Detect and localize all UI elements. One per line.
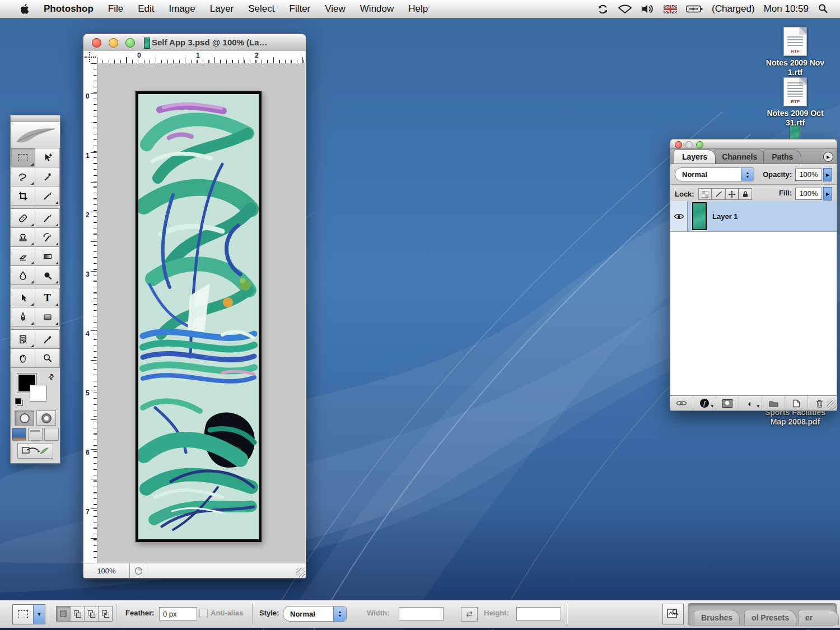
status-info-icon[interactable] bbox=[130, 563, 147, 578]
default-colors-icon[interactable] bbox=[15, 398, 23, 406]
input-language-flag-icon[interactable] bbox=[664, 5, 677, 13]
close-button[interactable] bbox=[92, 38, 101, 48]
tab-paths[interactable]: Paths bbox=[763, 150, 801, 164]
layer-thumbnail[interactable] bbox=[692, 202, 707, 230]
ruler-origin-box[interactable] bbox=[83, 51, 97, 64]
style-select[interactable]: Normal ▲▼ bbox=[283, 606, 347, 622]
tool-clone-stamp[interactable] bbox=[10, 227, 35, 247]
tool-notes[interactable] bbox=[10, 329, 35, 349]
anti-alias-checkbox[interactable] bbox=[199, 609, 208, 617]
add-to-selection-button[interactable] bbox=[71, 606, 85, 621]
palette-menu-button[interactable]: ▶ bbox=[823, 152, 833, 162]
minimize-button[interactable] bbox=[109, 38, 118, 48]
adjustment-layer-button[interactable]: ◐▾ bbox=[739, 396, 762, 410]
document-titlebar[interactable]: Self App 3.psd @ 100% (La… bbox=[83, 34, 306, 52]
new-group-button[interactable] bbox=[762, 396, 785, 410]
apple-menu[interactable] bbox=[12, 3, 36, 15]
zoom-button[interactable] bbox=[125, 38, 135, 48]
quick-mask-mode-button[interactable] bbox=[36, 410, 56, 426]
menu-file[interactable]: File bbox=[101, 0, 130, 18]
tab-channels[interactable]: Channels bbox=[713, 150, 766, 164]
close-button[interactable] bbox=[675, 141, 682, 148]
tool-hand[interactable] bbox=[10, 348, 35, 368]
desktop-icon-notes-nov[interactable]: RTF Notes 2009 Nov 1.rtf bbox=[759, 27, 832, 77]
link-layers-button[interactable] bbox=[670, 396, 693, 410]
airport-menu-icon[interactable] bbox=[618, 4, 632, 14]
menu-layer[interactable]: Layer bbox=[203, 0, 241, 18]
layer-name[interactable]: Layer 1 bbox=[712, 212, 738, 221]
tool-brush[interactable] bbox=[35, 208, 60, 228]
standard-mode-button[interactable] bbox=[15, 410, 34, 426]
tool-type[interactable]: T bbox=[35, 288, 60, 307]
app-menu-photoshop[interactable]: Photoshop bbox=[36, 0, 101, 18]
tool-eyedropper[interactable] bbox=[35, 329, 60, 349]
tool-zoom[interactable] bbox=[35, 348, 60, 368]
vertical-ruler[interactable]: 0 1 2 3 4 5 6 7 bbox=[83, 63, 97, 563]
palette-resize-grip[interactable] bbox=[827, 400, 836, 410]
lock-transparency-button[interactable] bbox=[698, 188, 712, 200]
window-resize-grip[interactable] bbox=[296, 568, 305, 577]
toolbox-drag-bar[interactable] bbox=[11, 115, 60, 122]
tool-move[interactable] bbox=[35, 148, 60, 167]
tool-lasso[interactable] bbox=[10, 167, 35, 186]
menu-window[interactable]: Window bbox=[353, 0, 401, 18]
menu-image[interactable]: Image bbox=[161, 0, 202, 18]
zoom-button[interactable] bbox=[696, 141, 703, 148]
desktop-icon-notes-oct[interactable]: RTF Notes 2009 Oct 31.rtf bbox=[759, 77, 832, 128]
fill-value[interactable]: 100% bbox=[795, 188, 822, 200]
new-layer-button[interactable] bbox=[785, 396, 808, 410]
tool-blur[interactable] bbox=[10, 265, 35, 285]
tool-magic-wand[interactable] bbox=[35, 167, 60, 186]
edit-in-imageready-button[interactable] bbox=[17, 443, 53, 459]
layer-visibility-toggle[interactable] bbox=[670, 201, 688, 231]
tool-crop[interactable] bbox=[10, 186, 35, 206]
layers-titlebar[interactable] bbox=[670, 139, 837, 149]
add-layer-mask-button[interactable] bbox=[716, 396, 739, 410]
tool-gradient[interactable] bbox=[35, 246, 60, 266]
document-window[interactable]: Self App 3.psd @ 100% (La… 0 1 2 0 1 2 3… bbox=[83, 34, 306, 578]
menu-select[interactable]: Select bbox=[241, 0, 282, 18]
intersect-selection-button[interactable] bbox=[99, 606, 112, 621]
feather-input[interactable] bbox=[159, 607, 197, 620]
tool-preset-picker[interactable]: ▼ bbox=[12, 604, 45, 624]
fill-slider-arrow[interactable]: ▶ bbox=[823, 187, 832, 200]
lock-position-button[interactable] bbox=[725, 188, 739, 200]
palette-well-tab-brushes[interactable]: Brushes bbox=[694, 610, 740, 625]
lock-all-button[interactable] bbox=[739, 188, 752, 200]
palette-well-tab-tool-presets[interactable]: ol Presets bbox=[744, 610, 796, 625]
background-color-swatch[interactable] bbox=[30, 385, 46, 402]
tool-rectangular-marquee[interactable] bbox=[10, 148, 35, 167]
tool-slice[interactable] bbox=[35, 186, 60, 206]
lock-pixels-button[interactable] bbox=[712, 188, 725, 200]
tab-layers[interactable]: Layers bbox=[674, 150, 716, 164]
tool-eraser[interactable] bbox=[10, 246, 35, 266]
tool-dodge[interactable] bbox=[35, 265, 60, 285]
menu-filter[interactable]: Filter bbox=[282, 0, 318, 18]
menu-view[interactable]: View bbox=[318, 0, 353, 18]
battery-menu-icon[interactable] bbox=[686, 4, 703, 13]
menu-edit[interactable]: Edit bbox=[130, 0, 161, 18]
tool-healing-brush[interactable] bbox=[10, 208, 35, 228]
tool-path-selection[interactable] bbox=[10, 288, 35, 307]
tool-pen[interactable] bbox=[10, 307, 35, 326]
horizontal-ruler[interactable]: 0 1 2 bbox=[97, 51, 305, 64]
zoom-level-field[interactable] bbox=[83, 563, 130, 578]
canvas-pasteboard[interactable] bbox=[97, 63, 305, 563]
toolbox-palette[interactable]: T ⇄ bbox=[10, 115, 60, 464]
layer-style-button[interactable]: ƒ▾ bbox=[693, 396, 716, 410]
subtract-from-selection-button[interactable] bbox=[85, 606, 99, 621]
swap-dimensions-button[interactable]: ⇄ bbox=[461, 607, 478, 622]
menu-help[interactable]: Help bbox=[401, 0, 435, 18]
new-selection-button[interactable] bbox=[57, 606, 71, 621]
tool-history-brush[interactable] bbox=[35, 227, 60, 247]
tool-shape[interactable] bbox=[35, 307, 60, 326]
sync-menu-icon[interactable] bbox=[597, 3, 609, 15]
layers-palette[interactable]: Layers Channels Paths ▶ Normal ▲▼ Opacit… bbox=[670, 139, 837, 411]
height-input[interactable] bbox=[516, 607, 561, 620]
spotlight-icon[interactable] bbox=[818, 3, 829, 15]
menubar-clock[interactable]: Mon 10:59 bbox=[764, 3, 809, 15]
width-input[interactable] bbox=[399, 607, 444, 620]
layer-row-1[interactable]: Layer 1 bbox=[670, 201, 837, 232]
battery-status-text[interactable]: (Charged) bbox=[712, 3, 755, 15]
opacity-slider-arrow[interactable]: ▶ bbox=[823, 168, 832, 181]
